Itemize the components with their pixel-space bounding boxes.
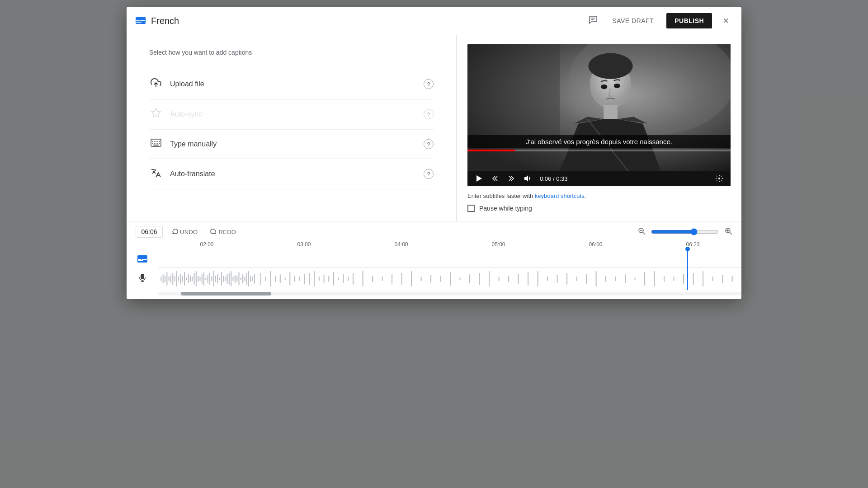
caption-track-icon bbox=[137, 255, 147, 265]
svg-rect-105 bbox=[319, 277, 320, 281]
svg-rect-129 bbox=[518, 274, 519, 284]
dialog-body: Select how you want to add captions Uplo… bbox=[127, 35, 741, 221]
svg-rect-106 bbox=[324, 275, 325, 283]
redo-button[interactable]: REDO bbox=[207, 227, 240, 237]
svg-rect-147 bbox=[693, 273, 694, 285]
undo-button[interactable]: UNDO bbox=[168, 227, 201, 237]
timeline-ruler: 02:00 03:00 04:00 05:00 06:00 06:23 bbox=[127, 241, 741, 249]
timeline-bar: 06:06 UNDO REDO bbox=[127, 221, 741, 299]
svg-rect-116 bbox=[392, 274, 392, 284]
progress-track[interactable] bbox=[467, 150, 731, 151]
option-type-manually[interactable]: Type manually ? bbox=[149, 130, 434, 159]
right-panel: J'ai observé vos progrès depuis votre na… bbox=[457, 35, 741, 221]
settings-button[interactable] bbox=[713, 174, 725, 183]
svg-rect-113 bbox=[363, 271, 363, 286]
svg-rect-72 bbox=[215, 276, 216, 282]
track-content: // This will be rendered as static SVG bbox=[158, 249, 741, 290]
svg-rect-68 bbox=[208, 275, 208, 283]
svg-rect-78 bbox=[227, 274, 228, 284]
svg-marker-29 bbox=[524, 175, 528, 182]
svg-rect-132 bbox=[547, 277, 548, 281]
close-button[interactable]: × bbox=[719, 14, 732, 28]
pause-label: Pause while typing bbox=[479, 205, 532, 212]
svg-marker-28 bbox=[476, 175, 482, 182]
zoom-slider[interactable] bbox=[651, 228, 719, 235]
left-panel: Select how you want to add captions Uplo… bbox=[127, 35, 457, 221]
film-scene bbox=[467, 44, 731, 171]
svg-rect-146 bbox=[683, 274, 684, 284]
svg-rect-73 bbox=[217, 274, 218, 283]
svg-rect-137 bbox=[596, 271, 597, 286]
svg-rect-85 bbox=[241, 277, 241, 280]
zoom-out-button[interactable] bbox=[637, 227, 646, 237]
play-button[interactable] bbox=[473, 174, 485, 183]
svg-rect-143 bbox=[654, 271, 655, 286]
svg-rect-117 bbox=[401, 273, 402, 285]
svg-rect-1 bbox=[136, 20, 140, 21]
svg-rect-112 bbox=[353, 273, 354, 285]
scrollbar-track[interactable] bbox=[158, 292, 741, 296]
svg-rect-48 bbox=[169, 277, 170, 281]
feedback-button[interactable] bbox=[587, 14, 599, 28]
svg-point-24 bbox=[589, 53, 633, 79]
svg-rect-141 bbox=[635, 277, 636, 280]
keyboard-icon bbox=[149, 138, 163, 150]
upload-help-icon[interactable]: ? bbox=[424, 79, 434, 89]
svg-rect-46 bbox=[165, 276, 165, 282]
svg-rect-90 bbox=[250, 276, 251, 282]
svg-rect-99 bbox=[289, 272, 290, 286]
svg-rect-56 bbox=[184, 272, 185, 286]
auto-sync-help-icon[interactable]: ? bbox=[424, 109, 434, 119]
svg-rect-82 bbox=[235, 275, 236, 283]
upload-file-label: Upload file bbox=[170, 80, 416, 88]
zoom-in-button[interactable] bbox=[724, 227, 732, 237]
svg-rect-39 bbox=[138, 259, 142, 260]
svg-rect-66 bbox=[203, 272, 204, 286]
ruler-mark-3: 04:00 bbox=[353, 241, 450, 248]
svg-rect-51 bbox=[174, 276, 175, 282]
svg-rect-87 bbox=[244, 277, 245, 281]
upload-icon bbox=[149, 77, 163, 91]
svg-rect-76 bbox=[223, 276, 224, 282]
svg-rect-124 bbox=[469, 274, 470, 283]
svg-rect-79 bbox=[229, 273, 230, 285]
svg-rect-111 bbox=[348, 277, 349, 281]
playhead-line bbox=[687, 249, 688, 290]
dialog-title: French bbox=[151, 16, 581, 26]
forward-button[interactable] bbox=[505, 174, 517, 183]
option-upload-file[interactable]: Upload file ? bbox=[149, 69, 434, 99]
ruler-mark-4: 05:00 bbox=[450, 241, 547, 248]
auto-translate-help-icon[interactable]: ? bbox=[424, 169, 434, 179]
svg-rect-3 bbox=[140, 20, 145, 21]
svg-rect-136 bbox=[586, 274, 587, 284]
svg-point-27 bbox=[614, 84, 620, 88]
svg-rect-69 bbox=[209, 273, 210, 285]
option-auto-translate[interactable]: Auto-translate ? bbox=[149, 159, 434, 189]
svg-rect-94 bbox=[265, 277, 266, 281]
svg-rect-80 bbox=[231, 271, 231, 286]
keyboard-shortcuts-link[interactable]: keyboard shortcuts bbox=[535, 192, 585, 199]
caption-track[interactable] bbox=[158, 249, 741, 267]
dialog-header: French SAVE DRAFT PUBLISH × bbox=[127, 7, 741, 35]
publish-button[interactable]: PUBLISH bbox=[666, 13, 712, 28]
svg-rect-70 bbox=[211, 277, 212, 281]
rewind-button[interactable] bbox=[489, 174, 501, 183]
svg-rect-44 bbox=[160, 277, 161, 281]
playhead-head bbox=[685, 247, 690, 251]
svg-rect-47 bbox=[166, 272, 167, 286]
svg-rect-100 bbox=[294, 276, 295, 282]
pause-checkbox[interactable] bbox=[467, 205, 475, 212]
svg-rect-125 bbox=[479, 273, 480, 285]
svg-rect-119 bbox=[421, 277, 422, 281]
svg-rect-118 bbox=[411, 271, 412, 286]
svg-rect-149 bbox=[712, 277, 713, 281]
svg-rect-57 bbox=[186, 277, 187, 280]
save-draft-button[interactable]: SAVE DRAFT bbox=[607, 14, 659, 28]
svg-rect-148 bbox=[703, 271, 703, 286]
scrollbar-thumb[interactable] bbox=[181, 292, 271, 296]
svg-rect-22 bbox=[467, 44, 560, 171]
volume-button[interactable] bbox=[522, 174, 533, 183]
svg-rect-96 bbox=[275, 276, 276, 282]
option-auto-sync[interactable]: Auto-sync ? bbox=[149, 99, 434, 130]
type-manually-help-icon[interactable]: ? bbox=[424, 139, 434, 149]
